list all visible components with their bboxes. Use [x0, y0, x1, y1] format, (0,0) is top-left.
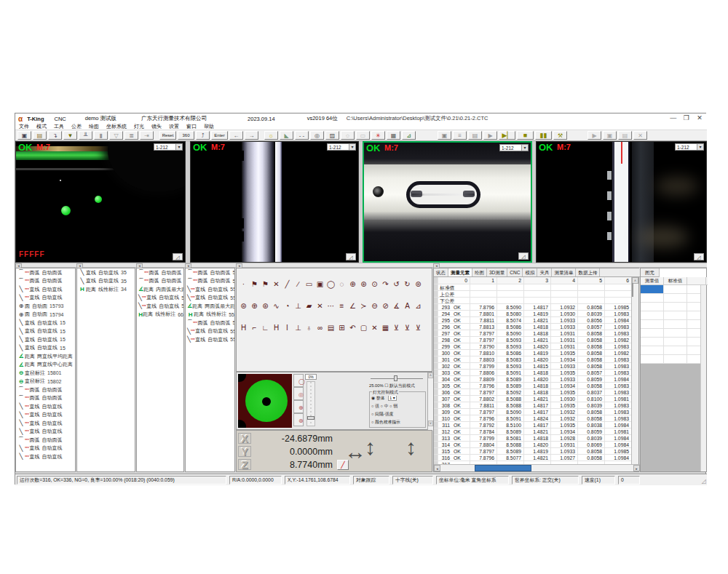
ellipse-tool-icon[interactable]: ⊜ — [413, 279, 424, 290]
open-folder-icon[interactable]: ▤ — [33, 131, 47, 140]
keyboard-tool-icon[interactable]: ▤ — [325, 322, 336, 334]
result-row[interactable] — [641, 285, 708, 294]
list-item[interactable]: ⊕圆自动圆15793 — [16, 302, 75, 311]
list-item[interactable]: ╲直线自动直线35 — [77, 268, 135, 277]
list-item[interactable]: ⌒***圆弧自动圆弧66 — [137, 277, 183, 286]
table-row[interactable]: 295OK7.88118.50741.48211.09330.80561.098… — [434, 317, 633, 324]
circle-h-tool-icon[interactable]: ⊖ — [369, 300, 380, 312]
table-row[interactable]: 310OK7.87968.50911.48241.09320.80581.098… — [434, 415, 633, 422]
light-bulb-icon[interactable]: ☼ — [264, 131, 278, 140]
circle-hatch-tool-icon[interactable]: ⊕ — [347, 279, 358, 290]
light-group-select[interactable]: 1 ▾ — [388, 395, 397, 401]
list-item[interactable]: ╲***直线自动直线 — [16, 402, 75, 411]
image-icon[interactable]: ◣ — [280, 131, 293, 140]
vee-tool-icon[interactable]: ≻ — [358, 300, 369, 312]
resize-grip-icon[interactable]: ◿ — [518, 252, 529, 260]
menu-item-4[interactable]: 公差 — [68, 123, 85, 130]
table-row[interactable]: 302OK7.87998.50931.48151.09330.80581.098… — [434, 363, 633, 370]
jog-horizontal-icon[interactable]: ↔ — [344, 439, 366, 464]
light-panel-scrollbar[interactable]: ˄˅ — [427, 372, 433, 431]
symmetry-tool-icon[interactable]: ♁ — [304, 322, 314, 334]
stage-icon[interactable]: ╨ — [79, 131, 92, 140]
table-row[interactable]: 296OK7.88138.50861.48181.09330.80571.098… — [434, 324, 633, 330]
list-item[interactable]: ∡距离两圆弧最大距 — [186, 302, 234, 311]
run-fast-icon[interactable]: ⚒ — [553, 131, 567, 140]
camera-zoom-select[interactable]: 1-212▾ — [499, 144, 529, 151]
probe-icon[interactable]: ▼ — [63, 131, 77, 140]
arc-tool-icon[interactable]: ↷ — [380, 279, 391, 290]
table-vscrollbar[interactable]: ˄ — [631, 277, 638, 464]
coord-y-tool-icon[interactable]: ⊻ — [402, 322, 413, 334]
table-row[interactable]: 299OK7.87908.50931.48201.09310.80581.098… — [434, 343, 633, 350]
light-slider-thumb[interactable] — [307, 416, 314, 420]
minimize-button[interactable]: — — [668, 113, 679, 123]
chevron-down-icon[interactable]: ▾ — [697, 144, 703, 150]
play-icon[interactable]: ▶ — [483, 131, 497, 140]
scrollbar-thumb[interactable] — [632, 283, 633, 297]
camera-zoom-select[interactable]: 1-212▾ — [327, 143, 356, 151]
pie-tool-icon[interactable]: ◔ — [282, 300, 293, 312]
circle-cross-tool-icon[interactable]: ⊛ — [358, 279, 369, 290]
circle-slash-tool-icon[interactable]: ⊘ — [380, 300, 391, 312]
list-item[interactable]: ⊕圆自动圆15794 — [16, 311, 75, 319]
list-item[interactable]: ⌒***圆弧自动圆弧 — [16, 268, 75, 277]
master-light-thumb[interactable] — [394, 375, 397, 381]
arc-ccw-tool-icon[interactable]: ↺ — [391, 279, 402, 290]
splitter-strip[interactable]: ◂◂◂◂◂◂ — [15, 263, 707, 268]
undo-tool-icon[interactable]: ↶ — [347, 322, 358, 334]
text-tool-icon[interactable]: A — [402, 300, 413, 312]
circle-dashed-tool-icon[interactable]: ◌ — [336, 279, 347, 290]
intersect-tool-icon[interactable]: ✕ — [314, 300, 325, 312]
menu-item-5[interactable]: 绘图 — [85, 123, 103, 130]
list-item[interactable]: ╲直线自动直线15 — [16, 335, 75, 344]
table-header-row[interactable]: 0123456 — [434, 277, 633, 284]
tab-绘图[interactable]: 绘图 — [472, 268, 487, 276]
dist-perp-tool-icon[interactable]: ⊥ — [293, 322, 304, 334]
menu-item-9[interactable]: 设置 — [165, 123, 183, 130]
dist-height-tool-icon[interactable]: H — [271, 322, 282, 334]
open-result-icon[interactable]: ▤ — [618, 131, 632, 140]
pause-icon[interactable]: ▮▮ — [535, 131, 552, 140]
table-row[interactable]: 304OK7.88098.50891.48201.09330.80591.098… — [434, 376, 633, 383]
radio-整体[interactable]: ◉ 整体 — [371, 396, 386, 400]
list-item[interactable]: ⌒***圆弧自动圆弧 — [16, 394, 75, 403]
scroll-up-icon[interactable]: ˄ — [428, 372, 433, 378]
point-tool-icon[interactable]: · — [238, 279, 249, 290]
copy-tool-icon[interactable]: ⊞ — [336, 322, 347, 334]
list-item[interactable]: ╲***直线自动直线 — [16, 411, 75, 420]
list-item[interactable]: ∡距离两直线平均距离 — [16, 352, 75, 361]
radio-间隔-强度[interactable]: ○ 间隔-强度 — [371, 412, 393, 416]
list-item[interactable]: ╲***直线自动直线 — [16, 294, 75, 303]
stop-icon[interactable]: ■ — [517, 131, 534, 140]
table-row[interactable]: 315OK7.87978.50891.48191.09330.80581.098… — [434, 448, 633, 455]
list-item[interactable]: ╲***直线自动直线 — [16, 445, 75, 453]
chart-icon[interactable]: ⊿ — [402, 131, 416, 140]
angle-2-tool-icon[interactable]: ∡ — [391, 300, 402, 312]
table-row[interactable]: 294OK7.88018.50801.48191.09300.80391.098… — [434, 311, 633, 317]
magnifier-icon[interactable]: ◎ — [310, 131, 324, 140]
list-item[interactable]: ╲直线自动直线15 — [16, 319, 75, 327]
table-special-row[interactable]: 上公差 — [434, 291, 633, 298]
table-row[interactable]: 312OK7.87848.50891.48211.09340.80591.098… — [434, 428, 633, 435]
menu-item-1[interactable]: 文件 — [15, 123, 33, 130]
list-item[interactable]: ∡距离内圆弧最大距 — [137, 285, 183, 294]
chevron-down-icon[interactable]: ▾ — [175, 144, 182, 150]
run-to-end-icon[interactable]: ▶▏ — [499, 131, 515, 140]
layers-icon[interactable]: ≣ — [124, 131, 138, 140]
circle-hatch3-tool-icon[interactable]: ⊛ — [260, 300, 271, 312]
result-row[interactable] — [641, 329, 708, 338]
dots-tool-icon[interactable]: ⋯ — [325, 300, 336, 312]
result-row[interactable] — [641, 311, 708, 320]
table-row[interactable]: 316OK7.87968.50771.48211.09270.80581.098… — [434, 455, 633, 461]
table-row[interactable]: 305OK7.87968.50891.48181.09340.80581.098… — [434, 383, 633, 389]
table-row[interactable]: 308OK7.88118.50881.48171.09350.80391.098… — [434, 402, 633, 409]
result-row[interactable] — [641, 338, 708, 346]
list-item[interactable]: ╲***直线自动直线 — [16, 453, 75, 461]
coord-z-tool-icon[interactable]: ⊻ — [413, 322, 424, 334]
delete-tool-icon[interactable]: ✕ — [369, 322, 380, 334]
table-hscrollbar[interactable]: ◂▸ — [434, 464, 640, 471]
radio-颜色校准指示[interactable]: ○ 颜色校准指示 — [371, 420, 400, 424]
menu-item-8[interactable]: 镜头 — [148, 123, 165, 130]
tab-CNC[interactable]: CNC — [507, 268, 523, 276]
result-row[interactable] — [641, 294, 708, 303]
